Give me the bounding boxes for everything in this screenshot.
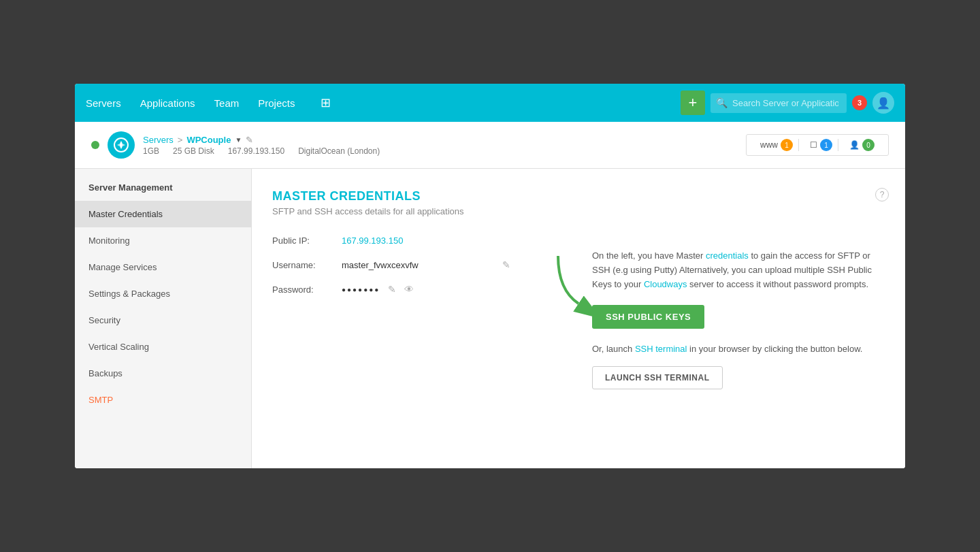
grid-icon[interactable]: ⊞ [321, 95, 331, 110]
chevron-down-icon[interactable]: ▼ [235, 136, 242, 144]
server-size: 1GB [143, 146, 159, 156]
right-description: On the left, you have Master credentials… [592, 249, 885, 291]
breadcrumb-sep: > [178, 135, 183, 145]
view-password-icon[interactable]: 👁 [404, 284, 414, 295]
app-wrapper: Servers Applications Team Projects ⊞ + 🔍… [75, 84, 905, 468]
panel-title: MASTER CREDENTIALS [272, 189, 885, 204]
nav-links: Servers Applications Team Projects ⊞ [86, 95, 681, 110]
edit-icon[interactable]: ✎ [246, 135, 253, 145]
avatar[interactable]: 👤 [872, 92, 894, 114]
server-ip: 167.99.193.150 [228, 146, 284, 156]
file-badge[interactable]: ☐ 1 [804, 139, 838, 151]
password-dots: ●●●●●●● [342, 286, 380, 293]
sidebar-item-settings-packages[interactable]: Settings & Packages [75, 280, 251, 307]
credentials-right: On the left, you have Master credentials… [592, 249, 885, 389]
nav-servers[interactable]: Servers [86, 97, 121, 109]
username-label: Username: [272, 260, 333, 270]
breadcrumb: Servers > WPCouple ▼ ✎ [143, 135, 380, 145]
breadcrumb-name[interactable]: WPCouple [186, 135, 231, 145]
server-header: Servers > WPCouple ▼ ✎ 1GB 25 GB Disk 16… [75, 122, 905, 169]
user-icon: 👤 [849, 140, 860, 150]
www-badge[interactable]: www 1 [755, 139, 799, 151]
edit-username-icon[interactable]: ✎ [502, 259, 510, 270]
green-arrow [538, 249, 592, 317]
public-ip-row: Public IP: 167.99.193.150 [272, 236, 510, 246]
www-count: 1 [781, 139, 793, 151]
sidebar-item-backups[interactable]: Backups [75, 360, 251, 387]
launch-description: Or, launch SSH terminal in your browser … [592, 342, 885, 357]
username-row: Username: master_fvwxcexvfw ✎ [272, 259, 510, 270]
user-count: 0 [862, 139, 875, 151]
content-panel: ? MASTER CREDENTIALS SFTP and SSH access… [252, 169, 905, 468]
main-content: Server Management Master Credentials Mon… [75, 169, 905, 468]
nav-projects[interactable]: Projects [258, 97, 295, 109]
add-button[interactable]: + [681, 91, 705, 115]
search-wrapper: 🔍 [710, 93, 847, 113]
server-disk: 25 GB Disk [173, 146, 214, 156]
server-meta: 1GB 25 GB Disk 167.99.193.150 DigitalOce… [143, 146, 380, 156]
sidebar-item-smtp[interactable]: SMTP [75, 387, 251, 413]
server-info: Servers > WPCouple ▼ ✎ 1GB 25 GB Disk 16… [91, 131, 380, 159]
server-logo [108, 131, 135, 159]
nav-right: + 🔍 3 👤 [681, 91, 894, 115]
notification-badge[interactable]: 3 [852, 95, 867, 110]
sidebar: Server Management Master Credentials Mon… [75, 169, 252, 468]
sidebar-item-vertical-scaling[interactable]: Vertical Scaling [75, 334, 251, 360]
credentials-left: Public IP: 167.99.193.150 Username: mast… [272, 236, 510, 389]
server-status-dot [91, 141, 99, 149]
search-input[interactable] [710, 93, 847, 113]
server-provider: DigitalOcean (London) [298, 146, 380, 156]
file-count: 1 [820, 139, 832, 151]
edit-password-icon[interactable]: ✎ [388, 284, 396, 295]
username-value: master_fvwxcexvfw [342, 260, 494, 270]
server-details: Servers > WPCouple ▼ ✎ 1GB 25 GB Disk 16… [143, 135, 380, 156]
sidebar-item-manage-services[interactable]: Manage Services [75, 254, 251, 280]
nav-applications[interactable]: Applications [140, 97, 195, 109]
user-badge[interactable]: 👤 0 [844, 139, 880, 151]
launch-ssh-terminal-button[interactable]: LAUNCH SSH TERMINAL [592, 366, 723, 389]
arrow-container: On the left, you have Master credentials… [538, 236, 885, 389]
sidebar-item-monitoring[interactable]: Monitoring [75, 227, 251, 254]
public-ip-label: Public IP: [272, 236, 333, 246]
www-label: www [760, 140, 778, 150]
credentials-layout: Public IP: 167.99.193.150 Username: mast… [272, 236, 885, 389]
nav-team[interactable]: Team [214, 97, 240, 109]
password-row: Password: ●●●●●●● ✎ 👁 [272, 284, 510, 295]
file-icon: ☐ [810, 140, 817, 150]
sidebar-item-master-credentials[interactable]: Master Credentials [75, 201, 251, 227]
help-icon[interactable]: ? [875, 188, 889, 201]
sidebar-heading: Server Management [75, 182, 251, 201]
public-ip-value[interactable]: 167.99.193.150 [342, 236, 510, 246]
ssh-public-keys-button[interactable]: SSH PUBLIC KEYS [592, 305, 704, 329]
breadcrumb-servers[interactable]: Servers [143, 135, 174, 145]
panel-subtitle: SFTP and SSH access details for all appl… [272, 206, 885, 216]
server-badges: www 1 ☐ 1 👤 0 [746, 134, 889, 156]
sidebar-item-security[interactable]: Security [75, 307, 251, 334]
password-label: Password: [272, 285, 333, 295]
top-nav: Servers Applications Team Projects ⊞ + 🔍… [75, 84, 905, 122]
